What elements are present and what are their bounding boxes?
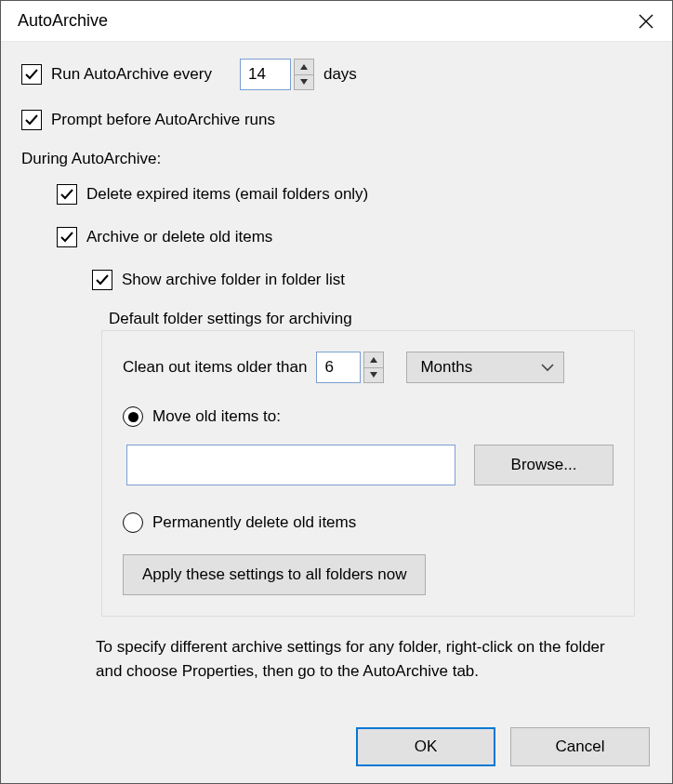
ok-label: OK: [415, 737, 438, 756]
run-label-suffix: days: [323, 65, 357, 84]
delete-expired-checkbox[interactable]: [57, 184, 77, 205]
delete-expired-label: Delete expired items (email folders only…: [86, 185, 368, 204]
archive-old-label: Archive or delete old items: [86, 228, 272, 246]
apply-all-button[interactable]: Apply these settings to all folders now: [123, 554, 426, 595]
cancel-label: Cancel: [556, 737, 605, 756]
default-settings-group: Clean out items older than Months Move o…: [101, 330, 635, 617]
show-folder-checkbox[interactable]: [92, 270, 112, 290]
hint-text: To specify different archive settings fo…: [96, 635, 633, 684]
ok-button[interactable]: OK: [356, 727, 495, 766]
permanently-delete-label: Permanently delete old items: [152, 513, 356, 532]
close-icon: [639, 14, 653, 29]
run-label-prefix: Run AutoArchive every: [51, 65, 212, 84]
archive-old-checkbox[interactable]: [57, 227, 77, 247]
triangle-up-icon: [370, 357, 377, 363]
close-button[interactable]: [635, 10, 657, 33]
run-interval-down[interactable]: [294, 74, 314, 91]
prompt-row: Prompt before AutoArchive runs: [21, 107, 655, 133]
browse-button[interactable]: Browse...: [474, 445, 614, 485]
triangle-down-icon: [370, 372, 377, 378]
show-folder-label: Show archive folder in folder list: [122, 271, 345, 289]
check-icon: [59, 187, 74, 202]
delete-expired-row: Delete expired items (email folders only…: [57, 181, 655, 207]
archive-old-row: Archive or delete old items: [57, 224, 655, 250]
permanently-delete-radio[interactable]: [123, 512, 143, 533]
run-interval-up[interactable]: [294, 59, 314, 74]
clean-prefix: Clean out items older than: [123, 358, 307, 377]
clean-age-down[interactable]: [363, 367, 384, 384]
triangle-down-icon: [300, 79, 308, 85]
during-label: During AutoArchive:: [21, 150, 655, 168]
clean-age-input[interactable]: [316, 352, 361, 383]
move-old-label: Move old items to:: [152, 407, 281, 426]
clean-age-up[interactable]: [363, 352, 384, 367]
run-autoarchive-row: Run AutoArchive every days: [21, 59, 655, 90]
show-folder-row: Show archive folder in folder list: [92, 267, 655, 293]
clean-unit-value: Months: [420, 358, 472, 377]
prompt-checkbox[interactable]: [21, 110, 42, 130]
check-icon: [95, 272, 110, 287]
prompt-label: Prompt before AutoArchive runs: [51, 111, 275, 129]
check-icon: [59, 230, 74, 245]
run-interval-input[interactable]: [240, 59, 291, 90]
titlebar: AutoArchive: [1, 1, 672, 42]
run-autoarchive-checkbox[interactable]: [21, 64, 42, 85]
browse-label: Browse...: [511, 456, 577, 474]
fieldset-title: Default folder settings for archiving: [109, 310, 655, 328]
triangle-up-icon: [300, 64, 308, 70]
chevron-down-icon: [541, 363, 554, 372]
clean-unit-select[interactable]: Months: [406, 352, 564, 383]
window-title: AutoArchive: [18, 11, 108, 31]
check-icon: [24, 67, 39, 82]
move-old-radio[interactable]: [123, 406, 143, 427]
apply-all-label: Apply these settings to all folders now: [142, 565, 406, 584]
archive-path-input[interactable]: [126, 445, 455, 485]
check-icon: [24, 113, 39, 127]
cancel-button[interactable]: Cancel: [510, 727, 650, 766]
